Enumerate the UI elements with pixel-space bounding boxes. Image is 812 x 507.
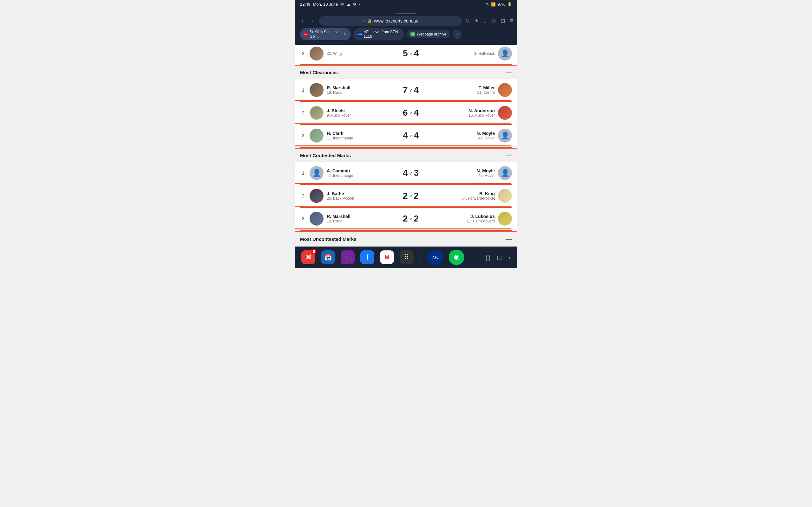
contested-title: Most Contested Marks: [300, 153, 351, 158]
forward-button[interactable]: ›: [309, 16, 316, 26]
c-right-avatar-2: [498, 189, 512, 203]
right-avatar-2: [498, 106, 512, 120]
c-rank-1: 1: [300, 170, 306, 176]
partial-left-pos: 32. Wing: [327, 51, 403, 56]
bookmark-button[interactable]: ☆: [491, 17, 496, 24]
c-right-avatar-1: 👤: [498, 166, 512, 180]
home-nav-button[interactable]: ◻: [497, 253, 502, 261]
email-badge: 5: [311, 249, 316, 254]
partial-right-score: 4: [414, 49, 419, 59]
right-score-2: 4: [414, 108, 419, 118]
menu-button[interactable]: ≡: [510, 17, 513, 24]
status-right: ✎ 📶 97% 🔋: [486, 2, 512, 7]
c-left-name-2: J. Battle: [327, 191, 403, 196]
tab-st-kilda[interactable]: SK St Kilda Saints vs Gol... ✕: [300, 28, 351, 40]
c-right-name-2: B. King: [419, 191, 495, 196]
right-info-3: N. Moyle 49. Rover: [419, 131, 495, 140]
facebook-app-icon[interactable]: f: [360, 250, 374, 264]
back-nav-button[interactable]: ‹: [508, 254, 511, 261]
right-avatar-1: [498, 83, 512, 97]
c-left-pos-2: 26. Back Pocket: [327, 196, 403, 201]
c-left-info-2: J. Battle 26. Back Pocket: [327, 191, 403, 201]
tab-afl-news[interactable]: SEN AFL news from SEN 1116: [353, 28, 404, 40]
stat-row: 3 R. Marshall 19. Ruck 2 v 2 J. Lukosius…: [295, 208, 517, 230]
viber-icon-symbol: 📞: [344, 253, 352, 262]
c-right-score-1: 3: [414, 168, 419, 178]
c-left-avatar-3: [310, 212, 323, 226]
bottom-nav: ✉ 5 📅 📞 f M ⠿ AFL ◉ ||| ◻ ‹: [295, 246, 517, 268]
partial-left-avatar: [310, 47, 323, 60]
c-left-info-3: R. Marshall 19. Ruck: [327, 214, 403, 223]
viber-app-icon[interactable]: 📞: [341, 250, 355, 264]
c-v-1: v: [410, 170, 412, 176]
section-header-uncontested: Most Uncontested Marks —: [295, 231, 517, 246]
tab1-favicon: SK: [304, 32, 308, 37]
reload-button[interactable]: ↻: [465, 17, 470, 24]
recent-apps-button[interactable]: |||: [486, 254, 491, 261]
tab2-favicon: SEN: [357, 32, 362, 37]
address-bar[interactable]: ☆ 🔒 www.foxsports.com.au: [319, 16, 462, 26]
right-score-1: 4: [414, 85, 419, 95]
back-button[interactable]: ‹: [299, 16, 306, 26]
star-icon: ☆: [362, 19, 366, 23]
c-v-2: v: [410, 193, 412, 199]
rank-1: 1: [300, 88, 306, 93]
c-left-name-3: R. Marshall: [327, 214, 403, 219]
browser-actions: ↻ ✦ ⌂ ☆ ⊡ ≡: [465, 17, 513, 24]
home-button[interactable]: ⌂: [484, 17, 487, 24]
grid-app-icon[interactable]: ⠿: [400, 250, 414, 264]
right-info-2: N. Anderson 15. Ruck Rover: [419, 108, 495, 118]
v-3: v: [410, 133, 412, 138]
c-rank-2: 2: [300, 193, 306, 199]
rank-2: 2: [300, 110, 306, 115]
magic-button[interactable]: ✦: [474, 17, 479, 24]
right-name-2: N. Anderson: [419, 108, 495, 113]
tabs-button[interactable]: ⊡: [501, 17, 505, 24]
uncontested-toggle[interactable]: —: [506, 235, 512, 243]
nav-bar: ‹ › ☆ 🔒 www.foxsports.com.au ↻ ✦ ⌂ ☆ ⊡ ≡: [299, 16, 513, 26]
c-left-score-3: 2: [403, 214, 408, 224]
c-right-score-3: 2: [414, 214, 419, 224]
browser-chrome: ‹ › ☆ 🔒 www.foxsports.com.au ↻ ✦ ⌂ ☆ ⊡ ≡…: [295, 9, 517, 45]
calendar-icon-symbol: 📅: [324, 253, 332, 261]
c-right-info-3: J. Lukosius 13. Half-Forward: [419, 214, 495, 223]
partial-left-score: 5: [403, 49, 408, 59]
clearances-toggle[interactable]: —: [506, 69, 512, 76]
left-name-3: H. Clark: [327, 131, 403, 136]
partial-right-info: 3. Half-Back: [419, 51, 495, 56]
calendar-app-icon[interactable]: 📅: [321, 250, 335, 264]
battery: 97%: [498, 2, 505, 7]
add-tab-button[interactable]: +: [453, 30, 461, 39]
c-left-name-1: A. Caminiti: [327, 168, 403, 173]
left-info-1: R. Marshall 19. Ruck: [327, 85, 403, 95]
tab-webpage-archive[interactable]: W Webpage archive: [407, 31, 450, 38]
stat-row: 2 J. Steele 9. Ruck Rover 6 v 4 N. Ander…: [295, 102, 517, 124]
right-name-3: N. Moyle: [419, 131, 495, 136]
partial-left-info: 32. Wing: [327, 51, 403, 56]
green-app-icon[interactable]: ◉: [449, 250, 464, 265]
stat-row: 3 H. Clark 11. Interchange 4 v 4 N. Moyl…: [295, 125, 517, 147]
afl-app-icon[interactable]: AFL: [428, 250, 443, 265]
right-avatar-3: 👤: [498, 129, 512, 143]
partial-v: v: [410, 51, 412, 56]
gmail-icon-symbol: M: [385, 254, 390, 261]
c-left-pos-1: 47. Interchange: [327, 173, 403, 178]
contested-toggle[interactable]: —: [506, 152, 512, 159]
weather-icon: ☁: [346, 2, 351, 7]
tab1-close[interactable]: ✕: [344, 32, 347, 37]
clearances-title: Most Clearances: [300, 70, 338, 75]
c-rank-3: 3: [300, 216, 306, 221]
c-divider-3: [300, 230, 512, 231]
right-score-3: 4: [414, 130, 419, 141]
grid-icon-symbol: ⠿: [404, 253, 409, 262]
green-icon-symbol: ◉: [454, 253, 460, 262]
facebook-icon-symbol: f: [366, 253, 368, 262]
left-pos-2: 9. Ruck Rover: [327, 113, 403, 118]
gmail-app-icon[interactable]: M: [380, 250, 394, 264]
c-right-pos-3: 13. Half-Forward: [419, 219, 495, 223]
mail-icon: ✉: [340, 2, 344, 7]
email-app-icon[interactable]: ✉ 5: [301, 250, 315, 264]
tab1-label: St Kilda Saints vs Gol...: [310, 30, 340, 39]
main-content: 3 32. Wing 5 v 4 3. Half-Back 👤 Most Cle…: [295, 45, 517, 246]
left-pos-1: 19. Ruck: [327, 90, 403, 95]
